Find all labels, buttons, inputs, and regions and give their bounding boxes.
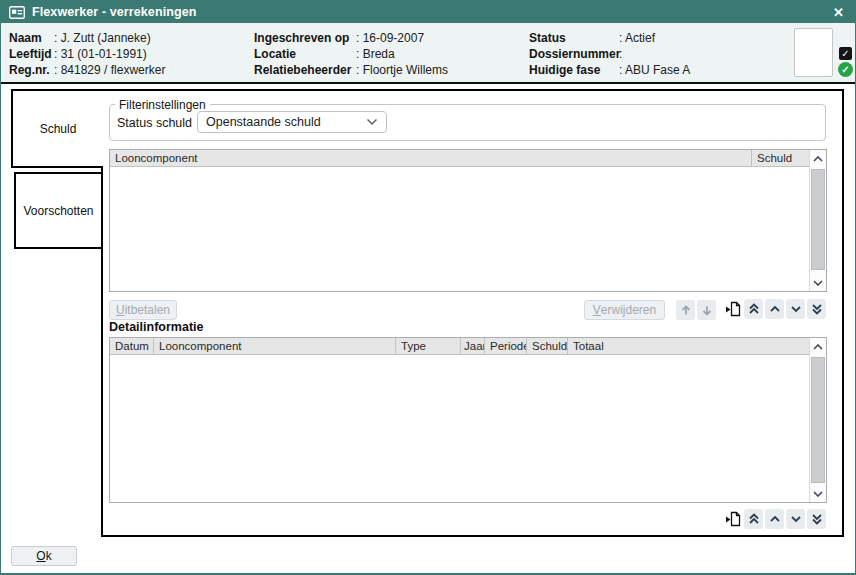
chevron-down-icon <box>790 305 802 313</box>
move-down-button[interactable] <box>697 300 716 320</box>
schuld-table-body[interactable] <box>110 167 809 291</box>
status-schuld-label: Status schuld <box>117 116 192 130</box>
button-label: itbetalen <box>125 303 170 317</box>
column-header-schuld[interactable]: Schuld <box>526 338 567 354</box>
filter-legend: Filterinstellingen <box>115 98 210 112</box>
last-record-button[interactable] <box>807 299 826 319</box>
arrow-up-icon <box>681 305 691 316</box>
field-value: : 16-09-2007 <box>356 31 424 45</box>
next-record-button[interactable] <box>786 299 805 319</box>
tab-label: Schuld <box>40 122 77 136</box>
first-record-button[interactable] <box>744 299 763 319</box>
arrow-down-icon <box>702 305 712 316</box>
field-label: Locatie <box>254 46 356 62</box>
chevron-up-icon <box>769 305 781 313</box>
scroll-down-icon[interactable] <box>810 485 826 502</box>
status-ok-icon: ✓ <box>838 62 853 77</box>
field-value: : ABU Fase A <box>619 63 690 77</box>
first-record-button[interactable] <box>744 509 763 529</box>
close-icon[interactable]: ✕ <box>830 4 847 21</box>
field-label: Naam <box>9 30 54 46</box>
tab-schuld[interactable]: Schuld <box>11 89 103 168</box>
column-header-periode[interactable]: Periode <box>484 338 526 354</box>
field-label: Huidige fase <box>529 62 619 78</box>
status-schuld-selected-value: Openstaande schuld <box>206 115 321 129</box>
goto-record-button[interactable] <box>723 509 742 529</box>
schuld-table-scrollbar[interactable] <box>809 150 826 291</box>
double-chevron-down-icon <box>811 303 823 315</box>
detail-table-scrollbar[interactable] <box>809 338 826 502</box>
column-header-type[interactable]: Type <box>395 338 460 354</box>
button-accel: U <box>116 303 125 317</box>
uitbetalen-button[interactable]: Uitbetalen <box>109 300 177 320</box>
scroll-up-icon[interactable] <box>810 338 826 355</box>
tab-voorschotten[interactable]: Voorschotten <box>14 172 103 249</box>
field-value: : 841829 / flexwerker <box>54 63 165 77</box>
chevron-down-icon <box>366 118 378 126</box>
flexworker-info-header: Naam: J. Zutt (Janneke) Leeftijd: 31 (01… <box>1 23 855 84</box>
field-label: Relatiebeheerder <box>254 62 356 78</box>
schuld-table: Looncomponent Schuld <box>109 149 827 292</box>
field-label: Reg.nr. <box>9 62 54 78</box>
next-record-button[interactable] <box>786 509 805 529</box>
double-chevron-up-icon <box>748 513 760 525</box>
status-schuld-select[interactable]: Openstaande schuld <box>197 111 387 133</box>
dialog-window: Flexwerker - verrekeningen ✕ Naam: J. Zu… <box>0 0 856 575</box>
record-page-icon <box>724 300 742 318</box>
prev-record-button[interactable] <box>765 299 784 319</box>
move-up-button[interactable] <box>676 300 695 320</box>
button-accel: V <box>593 303 601 317</box>
ok-button[interactable]: Ok <box>11 546 77 566</box>
title-bar: Flexwerker - verrekeningen ✕ <box>1 1 855 23</box>
detail-table-body[interactable] <box>110 355 809 502</box>
field-value: : <box>619 47 622 61</box>
scrollbar-thumb[interactable] <box>811 357 825 483</box>
field-value: : J. Zutt (Janneke) <box>54 31 151 45</box>
field-value: : 31 (01-01-1991) <box>54 47 147 61</box>
header-column-3: Status: Actief Dossiernummer: Huidige fa… <box>529 30 690 78</box>
button-label: k <box>46 549 52 563</box>
verwijderen-button[interactable]: Verwijderen <box>584 300 665 320</box>
tab-label: Voorschotten <box>23 204 93 218</box>
schuld-table-header: Looncomponent Schuld <box>110 150 809 167</box>
field-label: Leeftijd <box>9 46 54 62</box>
scroll-down-icon[interactable] <box>810 274 826 291</box>
column-header-datum[interactable]: Datum <box>110 338 153 354</box>
prev-record-button[interactable] <box>765 509 784 529</box>
double-chevron-down-icon <box>811 513 823 525</box>
scrollbar-thumb[interactable] <box>811 169 825 270</box>
field-label: Dossiernummer <box>529 46 619 62</box>
field-value: : Actief <box>619 31 655 45</box>
detailinformatie-label: Detailinformatie <box>109 320 203 334</box>
column-header-looncomponent[interactable]: Looncomponent <box>153 338 395 354</box>
double-chevron-up-icon <box>748 303 760 315</box>
column-header-totaal[interactable]: Totaal <box>567 338 809 354</box>
button-label: erwijderen <box>601 303 656 317</box>
id-card-icon <box>9 6 25 19</box>
field-value: : Floortje Willems <box>356 63 448 77</box>
header-column-1: Naam: J. Zutt (Janneke) Leeftijd: 31 (01… <box>9 30 165 78</box>
field-label: Status <box>529 30 619 46</box>
button-accel: O <box>36 549 45 563</box>
dialog-title: Flexwerker - verrekeningen <box>32 5 196 19</box>
chevron-down-icon <box>790 515 802 523</box>
detail-table-header: Datum Looncomponent Type Jaar Periode Sc… <box>110 338 809 355</box>
column-header-jaar[interactable]: Jaar <box>460 338 484 354</box>
scroll-up-icon[interactable] <box>810 150 826 167</box>
header-column-2: Ingeschreven op: 16-09-2007 Locatie: Bre… <box>254 30 448 78</box>
field-label: Ingeschreven op <box>254 30 356 46</box>
column-header-looncomponent[interactable]: Looncomponent <box>110 150 751 166</box>
photo-placeholder <box>794 28 833 77</box>
goto-record-button[interactable] <box>723 299 742 319</box>
chevron-up-icon <box>769 515 781 523</box>
detail-table: Datum Looncomponent Type Jaar Periode Sc… <box>109 337 827 503</box>
checked-checkbox-icon[interactable]: ✓ <box>839 47 852 60</box>
record-page-icon <box>724 510 742 528</box>
column-header-schuld[interactable]: Schuld <box>751 150 809 166</box>
last-record-button[interactable] <box>807 509 826 529</box>
field-value: : Breda <box>356 47 395 61</box>
